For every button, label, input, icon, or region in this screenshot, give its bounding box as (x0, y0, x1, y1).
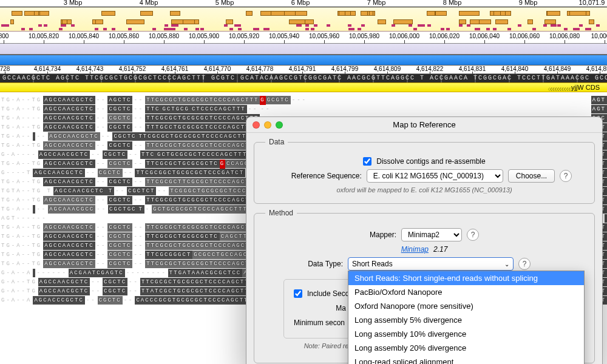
mapper-link[interactable]: Minimap (401, 245, 429, 254)
assembly-ruler[interactable]: 80010,005,82010,005,84010,005,86010,005,… (0, 32, 607, 44)
feature-glyph[interactable] (579, 24, 583, 27)
gene-glyph[interactable] (126, 19, 144, 24)
gene-glyph[interactable] (544, 19, 555, 24)
feature-glyph[interactable] (71, 24, 75, 27)
help-icon[interactable]: ? (560, 170, 572, 182)
datatype-option[interactable]: Long assembly 5% divergence (348, 313, 584, 327)
gene-glyph[interactable] (547, 11, 561, 16)
feature-glyph[interactable] (172, 28, 175, 30)
gene-glyph[interactable] (101, 11, 115, 16)
feature-glyph[interactable] (103, 28, 107, 30)
feature-glyph[interactable] (585, 28, 589, 30)
feature-glyph[interactable] (237, 24, 241, 27)
feature-glyph[interactable] (327, 24, 330, 27)
feature-glyph[interactable] (564, 28, 568, 30)
datatype-select[interactable]: Short Reads ⌄ (348, 257, 514, 271)
feature-glyph[interactable] (467, 24, 470, 27)
feature-glyph[interactable] (38, 24, 42, 27)
gene-glyph[interactable] (34, 11, 39, 16)
gene-glyph[interactable] (479, 19, 491, 24)
gene-glyph[interactable] (39, 11, 49, 16)
gene-glyph[interactable] (490, 11, 494, 16)
feature-glyph[interactable] (164, 28, 168, 30)
gene-glyph[interactable] (459, 19, 467, 24)
gene-glyph[interactable] (289, 19, 305, 24)
feature-glyph[interactable] (596, 24, 600, 27)
feature-glyph[interactable] (95, 28, 98, 30)
close-icon[interactable] (253, 121, 260, 129)
dialog-titlebar[interactable]: Map to Reference (246, 117, 602, 133)
feature-glyph[interactable] (152, 28, 156, 30)
feature-glyph[interactable] (175, 24, 178, 27)
feature-glyph[interactable] (351, 28, 354, 30)
gene-glyph[interactable] (10, 19, 13, 24)
gene-glyph[interactable] (459, 11, 479, 16)
zoom-icon[interactable] (276, 121, 283, 129)
datatype-option[interactable]: Long-read spliced alignment (348, 355, 584, 364)
feature-glyph[interactable] (358, 28, 361, 30)
feature-glyph[interactable] (61, 24, 64, 27)
feature-glyph[interactable] (348, 24, 351, 27)
help-icon[interactable]: ? (467, 229, 479, 241)
datatype-option[interactable]: Short Reads: Short single-end reads with… (348, 271, 584, 285)
feature-glyph[interactable] (112, 28, 115, 30)
feature-glyph[interactable] (413, 28, 417, 30)
feature-glyph[interactable] (234, 24, 238, 27)
assembly-track[interactable] (0, 44, 607, 55)
overview-genes-track[interactable] (0, 7, 607, 32)
gene-glyph[interactable] (246, 11, 252, 16)
feature-glyph[interactable] (427, 24, 431, 27)
feature-glyph[interactable] (254, 28, 258, 30)
feature-glyph[interactable] (314, 24, 317, 27)
gene-glyph[interactable] (140, 11, 153, 16)
gene-glyph[interactable] (345, 11, 351, 16)
gene-glyph[interactable] (435, 11, 447, 16)
feature-glyph[interactable] (486, 28, 490, 30)
gene-glyph[interactable] (495, 19, 508, 24)
coverage-track[interactable] (0, 55, 607, 66)
feature-glyph[interactable] (200, 28, 204, 30)
include-secondary-checkbox[interactable] (294, 289, 302, 298)
feature-glyph[interactable] (29, 28, 33, 30)
gene-glyph[interactable] (569, 11, 586, 16)
datatype-option[interactable]: Long assembly 10% divergence (348, 327, 584, 341)
sequence-ruler[interactable]: 7284,614,7344,614,7434,614,7524,614,7614… (0, 66, 607, 74)
feature-glyph[interactable] (305, 24, 309, 27)
gene-glyph[interactable] (271, 11, 285, 16)
feature-glyph[interactable] (518, 24, 521, 27)
mapper-select[interactable]: Minimap2 (401, 228, 462, 241)
feature-glyph[interactable] (195, 28, 199, 30)
datatype-option[interactable]: Oxford Nanopore (more sensitive) (348, 299, 584, 313)
cds-annotation-track[interactable]: «««««««««« yjjW CDS (0, 83, 607, 92)
feature-glyph[interactable] (446, 28, 450, 30)
feature-glyph[interactable] (44, 24, 47, 27)
gene-glyph[interactable] (500, 11, 506, 16)
feature-glyph[interactable] (184, 28, 188, 30)
choose-button[interactable]: Choose... (508, 169, 555, 183)
overview-ruler[interactable]: 3 Mbp 4 Mbp 5 Mbp 6 Mbp 7 Mbp 8 Mbp 9 Mb… (0, 0, 607, 7)
feature-glyph[interactable] (1, 24, 5, 27)
feature-glyph[interactable] (298, 24, 302, 27)
feature-glyph[interactable] (5, 24, 9, 27)
datatype-option[interactable]: Long assembly 20% divergence (348, 341, 584, 355)
gene-glyph[interactable] (427, 11, 435, 16)
feature-glyph[interactable] (311, 28, 314, 30)
read-row[interactable]: TG-A--TGAGCCAACGCTC--AGCTC--TTCGCGCTGCGC… (0, 96, 607, 105)
feature-glyph[interactable] (543, 24, 547, 27)
feature-glyph[interactable] (164, 24, 168, 27)
feature-glyph[interactable] (507, 28, 511, 30)
gene-glyph[interactable] (95, 19, 103, 24)
feature-glyph[interactable] (532, 28, 536, 30)
gene-glyph[interactable] (295, 11, 308, 16)
feature-glyph[interactable] (392, 24, 395, 27)
gene-glyph[interactable] (226, 19, 233, 24)
minimize-icon[interactable] (264, 121, 271, 129)
gene-glyph[interactable] (527, 19, 534, 24)
feature-glyph[interactable] (224, 24, 228, 27)
feature-glyph[interactable] (305, 28, 309, 30)
feature-glyph[interactable] (409, 24, 412, 27)
gene-glyph[interactable] (393, 19, 413, 24)
feature-glyph[interactable] (229, 28, 233, 30)
dissolve-checkbox[interactable] (363, 157, 371, 166)
feature-glyph[interactable] (553, 24, 557, 27)
